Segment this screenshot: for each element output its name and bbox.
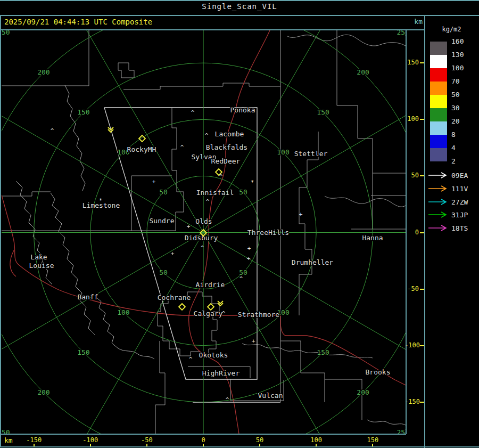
town-caret-marker: ^ xyxy=(189,356,193,363)
ring-label: 50 xyxy=(159,188,168,196)
x-tick-label: -50 xyxy=(134,436,160,444)
scale-value-label: 20 xyxy=(451,117,477,126)
range-ring-250 xyxy=(0,0,479,448)
city-label-sundre: Sundre xyxy=(150,217,175,225)
city-label-blackfalds: Blackfalds xyxy=(206,143,247,151)
y-tick-label: 100 xyxy=(404,115,419,123)
ring-label: 150 xyxy=(317,348,329,356)
town-caret-marker: ^ xyxy=(226,396,229,403)
track-code-label: 09EA xyxy=(451,172,468,180)
y-tick-mark xyxy=(420,345,424,346)
track-code-label: 111V xyxy=(451,185,468,193)
azimuth-radials xyxy=(0,0,479,448)
ring-label: 250 xyxy=(397,28,409,36)
scale-swatch xyxy=(430,135,447,148)
city-label-olds: Olds xyxy=(195,217,212,225)
ring-label: 150 xyxy=(317,108,329,116)
y-tick-label: 150 xyxy=(404,59,419,66)
track-arrow-icon xyxy=(427,172,449,178)
town-plus-marker: + xyxy=(187,223,191,230)
city-label-vulcan: Vulcan xyxy=(258,392,283,400)
town-caret-marker: ^ xyxy=(180,144,184,151)
ring-label: 200 xyxy=(37,68,49,76)
ring-label: 50 xyxy=(239,188,247,196)
town-plus-marker: + xyxy=(247,255,251,262)
town-caret-marker: ^ xyxy=(51,127,54,134)
track-arrow-icon xyxy=(427,199,449,205)
ring-label: 50 xyxy=(159,268,168,276)
scale-value-label: 4 xyxy=(451,144,477,152)
track-code-label: 31JP xyxy=(451,211,468,219)
town-caret-marker: ^ xyxy=(222,310,226,317)
town-caret-marker: ^ xyxy=(219,173,223,180)
scale-value-label: 130 xyxy=(451,51,477,59)
city-label-brooks: Brooks xyxy=(366,368,391,376)
scale-value-label: 8 xyxy=(451,131,477,139)
radar-site-diamond-marker xyxy=(179,304,185,310)
town-plus-marker: + xyxy=(152,178,156,185)
track-arrow-icon xyxy=(427,185,449,192)
range-rings xyxy=(0,0,479,448)
ring-label: 250 xyxy=(397,428,409,436)
y-tick-label: -150 xyxy=(404,398,419,405)
ring-label: 200 xyxy=(37,388,49,396)
town-caret-marker: ^ xyxy=(206,198,210,205)
track-arrow-icon xyxy=(427,225,449,231)
map-right-border xyxy=(406,30,407,434)
y-tick-mark xyxy=(420,402,424,403)
scale-value-label: 50 xyxy=(451,91,477,99)
scale-swatch xyxy=(430,68,447,82)
radar-track-row: 31JP xyxy=(427,211,479,218)
town-caret-marker: ^ xyxy=(201,245,204,251)
radar-track-row: 27ZW xyxy=(427,198,479,206)
town-plus-marker: + xyxy=(247,245,251,252)
city-label-hanna: Hanna xyxy=(362,234,383,242)
ring-label: 200 xyxy=(357,388,369,396)
ring-label: 100 xyxy=(277,148,289,156)
x-tick-label: 100 xyxy=(303,436,329,444)
track-arrow-icon xyxy=(427,211,449,218)
radar-track-row: 18TS xyxy=(427,224,479,232)
x-tick-label: 50 xyxy=(247,436,272,444)
y-tick-label: -50 xyxy=(404,285,419,292)
city-label-highriver: HighRiver xyxy=(202,369,240,377)
track-code-label: 18TS xyxy=(451,224,468,232)
scale-swatch xyxy=(430,55,447,68)
city-label-banff: Banff xyxy=(77,293,98,301)
x-tick-label: 0 xyxy=(191,436,216,444)
y-tick-label: 0 xyxy=(404,229,419,236)
map-bottom-border xyxy=(0,434,406,435)
city-label-stettler: Stettler xyxy=(294,150,328,158)
y-tick-mark xyxy=(420,62,424,63)
down-arrow-marker xyxy=(218,301,223,306)
y-tick-label: 50 xyxy=(404,172,419,179)
scale-value-label: 70 xyxy=(451,77,477,86)
x-tick-label: -100 xyxy=(78,436,103,444)
city-label-calgary: Calgary xyxy=(194,309,223,317)
legend-separator xyxy=(424,15,425,448)
x-axis-unit-label: km xyxy=(4,436,13,444)
radar-track-row: 111V xyxy=(427,185,479,192)
ring-label: 200 xyxy=(357,68,369,76)
x-tick-label: 150 xyxy=(360,436,385,444)
city-label-rockymh: RockyMH xyxy=(127,145,156,153)
radar-map: 5050505010010010010015015015015020020020… xyxy=(0,0,479,448)
mountain-boundaries xyxy=(16,85,154,359)
town-plus-marker: + xyxy=(171,250,175,257)
scale-swatch xyxy=(430,82,447,95)
scale-value-label: 100 xyxy=(451,64,477,72)
scale-swatch xyxy=(430,148,447,161)
y-tick-mark xyxy=(420,175,424,176)
left-border xyxy=(0,15,1,446)
town-plus-marker: + xyxy=(299,211,303,218)
city-label-okotoks: Okotoks xyxy=(199,351,228,359)
city-label-threehills: ThreeHills xyxy=(247,229,289,237)
scale-swatch xyxy=(430,108,447,121)
city-label-airdrie: Airdrie xyxy=(196,281,225,289)
ring-label: 100 xyxy=(117,308,129,316)
city-label-didsbury: Didsbury xyxy=(185,234,218,242)
scale-value-label: 160 xyxy=(451,37,477,46)
scale-value-label: 30 xyxy=(451,104,477,112)
city-label-lacombe: Lacombe xyxy=(215,130,244,138)
scale-swatch xyxy=(430,95,447,108)
